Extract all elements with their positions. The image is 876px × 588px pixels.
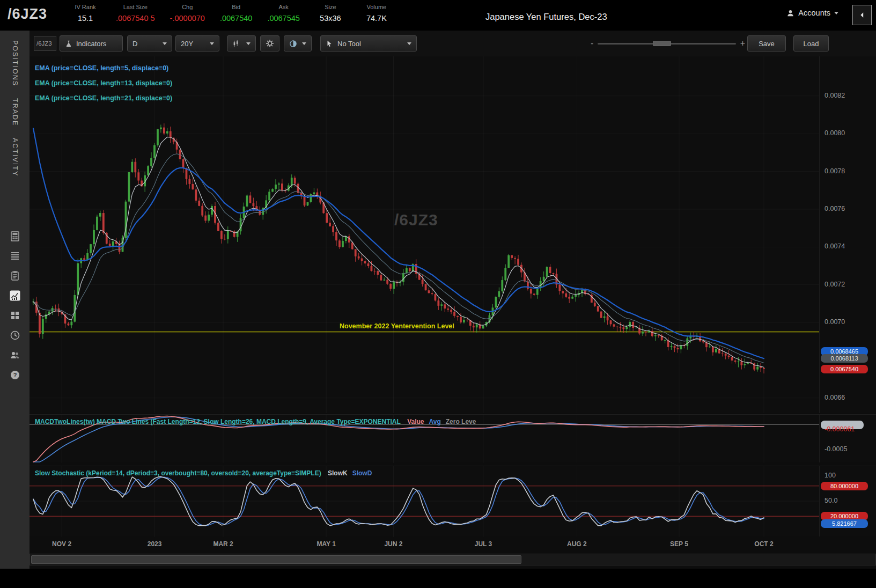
load-button[interactable]: Load	[793, 35, 829, 52]
price-axis: 0.00820.00800.00780.00760.00740.00720.00…	[819, 56, 876, 413]
header-stat: Last Size.0067540 5	[116, 3, 155, 23]
symbol-input[interactable]: /6JZ3	[34, 36, 56, 51]
candlestick-chart[interactable]	[30, 56, 819, 413]
timeframe-value: D	[132, 40, 137, 48]
range-value: 20Y	[181, 40, 193, 48]
stat-value: -.0000070	[170, 14, 205, 23]
sidebar-tab-activity[interactable]: ACTIVITY	[11, 138, 19, 177]
price-axis-tick: 0.0082	[825, 92, 845, 99]
time-axis-label: MAR 2	[213, 540, 233, 548]
header-symbol: /6JZ3	[8, 6, 47, 23]
indicators-button[interactable]: Indicators	[60, 35, 123, 52]
stochastic-pane[interactable]: Slow Stochastic (kPeriod=14, dPeriod=3, …	[30, 466, 876, 536]
time-axis-label: AUG 2	[567, 540, 587, 548]
ema5-legend[interactable]: EMA (price=CLOSE, length=5, displace=0)	[35, 61, 172, 76]
chart-icon[interactable]	[9, 290, 21, 302]
chart-toolbar: /6JZ3 Indicators D 20Y	[30, 31, 876, 56]
header-stat: Chg-.0000070	[170, 3, 205, 23]
price-axis-tick: 0.0074	[825, 242, 845, 250]
chevron-down-icon	[210, 42, 214, 45]
grid-icon[interactable]	[9, 310, 21, 321]
zoom-control: - +	[591, 35, 745, 52]
tool-label: No Tool	[337, 40, 361, 48]
footer-strip	[0, 569, 876, 578]
chevron-down-icon	[834, 12, 838, 14]
time-axis-label: OCT 2	[754, 540, 773, 548]
stat-label: Chg	[182, 3, 193, 12]
stochastic-series-label: SlowD	[352, 469, 372, 477]
stat-value: .0067540 5	[116, 14, 155, 23]
sidebar-tab-positions[interactable]: POSITIONS	[11, 40, 19, 86]
header-stat: IV Rank15.1	[70, 3, 101, 23]
zoom-out-button[interactable]: -	[591, 39, 593, 48]
price-axis-tick: 0.0066	[825, 394, 845, 401]
zoom-slider-thumb[interactable]	[653, 41, 671, 46]
chevron-down-icon	[407, 42, 411, 45]
price-axis-pill: 0.0068113	[821, 354, 868, 363]
stat-label: Last Size	[123, 3, 148, 12]
macd-value-label: -0.000061	[825, 425, 855, 433]
accounts-label: Accounts	[798, 9, 830, 17]
stat-label: IV Rank	[75, 3, 95, 12]
person-icon	[786, 9, 794, 17]
chart-scrollbar[interactable]	[30, 554, 876, 565]
settings-button[interactable]	[260, 35, 279, 52]
clipboard-icon[interactable]	[9, 270, 21, 282]
stat-value: .0067540	[220, 14, 252, 23]
stat-label: Size	[325, 3, 336, 12]
clock-icon[interactable]	[9, 329, 21, 341]
help-icon[interactable]: ?	[9, 369, 21, 381]
macd-legend[interactable]: MACDTwoLines(tw) MACD Two Lines (Fast Le…	[35, 418, 481, 425]
time-axis-label: 2023	[148, 540, 162, 548]
price-axis-tick: 0.0078	[825, 167, 845, 175]
candlestick-icon	[232, 40, 240, 48]
sidebar-tab-trade[interactable]: TRADE	[11, 98, 19, 126]
time-axis-label: NOV 2	[52, 540, 71, 548]
ema21-legend[interactable]: EMA (price=CLOSE, length=21, displace=0)	[35, 91, 172, 106]
chart-area: /6JZ3 Indicators D 20Y	[30, 31, 876, 578]
chevron-down-icon	[246, 42, 251, 45]
macd-pane[interactable]: MACDTwoLines(tw) MACD Two Lines (Fast Le…	[30, 414, 876, 462]
list-icon[interactable]	[9, 250, 21, 262]
stat-label: Bid	[232, 3, 240, 12]
header-stat: Bid.0067540	[220, 3, 252, 23]
chart-style-dropdown[interactable]	[284, 35, 312, 52]
zoom-in-button[interactable]: +	[740, 39, 745, 48]
timeframe-dropdown[interactable]: D	[127, 35, 172, 52]
chevron-down-icon	[163, 42, 167, 45]
stochastic-legend[interactable]: Slow Stochastic (kPeriod=14, dPeriod=3, …	[35, 469, 377, 477]
svg-text:?: ?	[13, 372, 17, 378]
cursor-icon	[326, 40, 333, 48]
stat-label: Volume	[367, 3, 387, 12]
chevron-down-icon	[302, 42, 306, 45]
calculator-icon[interactable]	[9, 230, 21, 242]
macd-series-label: Zero Leve	[446, 418, 476, 425]
save-button[interactable]: Save	[747, 35, 786, 52]
stochastic-series-label: SlowK	[328, 469, 348, 477]
ema13-legend[interactable]: EMA (price=CLOSE, length=13, displace=0)	[35, 76, 172, 91]
stochastic-axis-tick: 50.0	[825, 497, 837, 504]
price-pane[interactable]: EMA (price=CLOSE, length=5, displace=0) …	[30, 56, 876, 413]
range-dropdown[interactable]: 20Y	[175, 35, 219, 52]
zoom-slider[interactable]	[598, 43, 735, 45]
globe-icon	[289, 40, 297, 48]
symbol-watermark: /6JZ3	[394, 211, 438, 229]
stat-value: 53x36	[320, 14, 341, 23]
chart-scrollbar-thumb[interactable]	[31, 555, 521, 564]
sidebar-tabs: POSITIONS TRADE ACTIVITY	[0, 33, 30, 189]
drawing-tool-dropdown[interactable]: No Tool	[320, 35, 417, 52]
stochastic-legend-title[interactable]: Slow Stochastic (kPeriod=14, dPeriod=3, …	[35, 469, 321, 477]
price-axis-tick: 0.0076	[825, 205, 845, 212]
chart-type-dropdown[interactable]	[227, 35, 256, 52]
people-icon[interactable]	[9, 349, 21, 361]
accounts-menu[interactable]: Accounts	[786, 9, 838, 17]
macd-axis: -0.000061-0.0005	[819, 415, 876, 462]
price-axis-pill: 0.0067540	[821, 365, 868, 373]
macd-legend-title[interactable]: MACDTwoLines(tw) MACD Two Lines (Fast Le…	[35, 418, 401, 425]
stochastic-axis-pill: 80.000000	[821, 482, 868, 490]
ema-legend[interactable]: EMA (price=CLOSE, length=5, displace=0) …	[35, 61, 172, 106]
macd-axis-tick: -0.0005	[825, 445, 847, 453]
time-axis-label: SEP 5	[670, 540, 688, 548]
chevron-left-icon	[858, 11, 866, 19]
collapse-panel-button[interactable]	[852, 5, 872, 25]
